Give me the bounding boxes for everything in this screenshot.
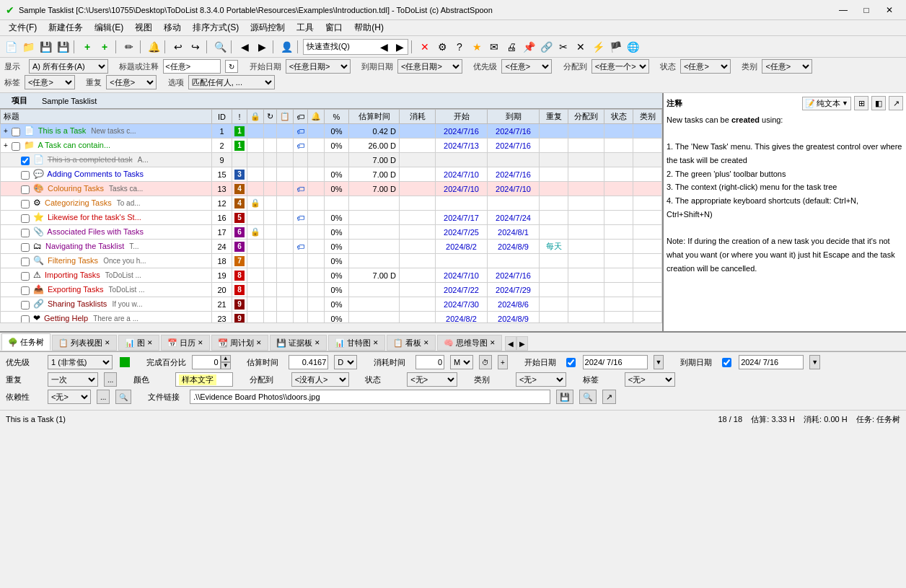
tb-find[interactable]: 🔍: [212, 39, 228, 55]
notes-btn-3[interactable]: ↗: [889, 96, 903, 110]
task-checkbox[interactable]: [12, 142, 20, 151]
close-button[interactable]: ✕: [879, 3, 900, 17]
menu-window[interactable]: 窗口: [320, 20, 348, 35]
task-checkbox[interactable]: [21, 229, 30, 237]
tb-save2[interactable]: 💾: [55, 39, 71, 55]
task-name[interactable]: Colouring Tasks: [48, 184, 104, 193]
category-value-select[interactable]: <无>: [516, 372, 566, 387]
col-estimate[interactable]: 估算时间: [349, 110, 400, 124]
expand-btn[interactable]: [15, 257, 17, 265]
tabs-scroll-left[interactable]: ◀: [505, 336, 516, 351]
assigned-select[interactable]: <任意一个>: [591, 59, 649, 74]
tab-close-gantt[interactable]: ✕: [373, 339, 379, 346]
task-table-wrap[interactable]: 标题 ID ! 🔒 ↻ 📋 🏷 🔔 % 估算时间 消耗 开始 到期 重复: [0, 109, 662, 322]
tab-close-kanban[interactable]: ✕: [423, 339, 429, 346]
dep-value-select[interactable]: <无>: [48, 390, 91, 404]
col-copy[interactable]: 📋: [277, 110, 294, 124]
expand-btn[interactable]: [15, 170, 17, 178]
start-date-checkbox[interactable]: [566, 358, 576, 367]
col-priority[interactable]: !: [232, 110, 247, 124]
table-row[interactable]: 🗂 Navigating the Tasklist T... 246🏷0%202…: [1, 240, 662, 254]
assigned-value-select[interactable]: <没有人>: [291, 372, 349, 387]
search-prev[interactable]: ◀: [376, 39, 392, 55]
col-assigned[interactable]: 分配到: [568, 110, 604, 124]
due-date-select[interactable]: <任意日期>: [397, 59, 462, 74]
menu-help[interactable]: 帮助(H): [348, 20, 390, 35]
tab-close-calendar[interactable]: ✕: [198, 339, 203, 346]
tab-task-tree[interactable]: 🌳 任务树: [1, 333, 50, 351]
priority-select[interactable]: <任意>: [501, 59, 552, 74]
tb-link[interactable]: 🔗: [538, 39, 554, 55]
tb-new-file[interactable]: 📄: [3, 39, 19, 55]
notes-btn-1[interactable]: ⊞: [854, 96, 868, 110]
tab-list-view[interactable]: 📋 列表视图 ✕: [52, 335, 117, 351]
tb-help[interactable]: ?: [452, 39, 467, 55]
task-name[interactable]: Associated Files with Tasks: [47, 227, 144, 236]
expand-btn[interactable]: [15, 286, 17, 294]
menu-view[interactable]: 视图: [129, 20, 158, 35]
expand-btn[interactable]: [15, 300, 17, 308]
col-title[interactable]: 标题: [1, 110, 212, 124]
tb-star[interactable]: ★: [469, 39, 485, 55]
status-select[interactable]: <任意>: [680, 59, 731, 74]
task-name[interactable]: Sharing Tasklists: [48, 299, 107, 308]
estimate-unit-select[interactable]: DHM: [334, 355, 357, 369]
col-due[interactable]: 到期: [488, 110, 540, 124]
expand-btn[interactable]: [15, 242, 17, 250]
tb-save[interactable]: 💾: [38, 39, 53, 55]
task-name[interactable]: Filtering Tasks: [48, 256, 98, 265]
estimate-input[interactable]: [289, 355, 328, 369]
task-checkbox[interactable]: [21, 200, 30, 209]
expand-btn[interactable]: +: [4, 127, 8, 135]
tab-close-evidence[interactable]: ✕: [315, 339, 320, 346]
tab-mindmap[interactable]: 🧠 思维导图 ✕: [437, 335, 502, 351]
table-row[interactable]: 🔍 Filtering Tasks Once you h... 1870%: [1, 254, 662, 268]
table-row[interactable]: 📤 Exporting Tasks ToDoList ... 2080%2024…: [1, 283, 662, 297]
tag-select[interactable]: <任意>: [25, 75, 75, 89]
table-row[interactable]: 📄 This is a completed task A... 97.00 D: [1, 153, 662, 167]
tb-print[interactable]: 🖨: [503, 39, 519, 55]
tab-close-mindmap[interactable]: ✕: [490, 339, 496, 346]
dep-options-btn[interactable]: ...: [97, 390, 110, 404]
repeat-select[interactable]: <任意>: [106, 75, 157, 89]
table-row[interactable]: ⚠ Importing Tasks ToDoList ... 1980%7.00…: [1, 268, 662, 283]
table-row[interactable]: 📎 Associated Files with Tasks 176🔒0%2024…: [1, 225, 662, 240]
tab-evidence[interactable]: 💾 证据板 ✕: [270, 335, 327, 351]
expand-btn[interactable]: [15, 271, 17, 279]
dep-find-btn[interactable]: 🔍: [115, 390, 131, 404]
tb-x2[interactable]: ✕: [573, 39, 589, 55]
tab-close-chart[interactable]: ✕: [147, 339, 153, 346]
col-percent[interactable]: %: [325, 110, 349, 124]
table-row[interactable]: 💬 Adding Comments to Tasks 1530%7.00 D20…: [1, 167, 662, 182]
menu-edit[interactable]: 编辑(E): [89, 20, 129, 35]
notes-format-btn[interactable]: 📝 纯文本 ▼: [802, 97, 851, 110]
task-name[interactable]: Categorizing Tasks: [45, 198, 112, 207]
task-checkbox[interactable]: [21, 315, 30, 322]
tb-redo[interactable]: ↪: [188, 39, 203, 55]
col-start[interactable]: 开始: [436, 110, 488, 124]
filelink-browse-btn[interactable]: 💾: [556, 390, 573, 404]
col-id[interactable]: ID: [212, 110, 232, 124]
col-spent[interactable]: 消耗: [400, 110, 436, 124]
tab-chart[interactable]: 📊 图 ✕: [118, 335, 159, 351]
filelink-input[interactable]: [190, 390, 550, 404]
expand-btn[interactable]: [15, 228, 17, 236]
tb-alarm[interactable]: 🔔: [146, 39, 162, 55]
start-date-dropdown[interactable]: ▼: [654, 355, 664, 369]
task-checkbox[interactable]: [21, 214, 30, 223]
percent-input[interactable]: [192, 355, 221, 369]
menu-source[interactable]: 源码控制: [245, 20, 291, 35]
tb-bolt[interactable]: ⚡: [590, 39, 606, 55]
due-date-input[interactable]: [739, 355, 804, 369]
task-checkbox[interactable]: [21, 301, 30, 310]
tb-pin[interactable]: 📌: [521, 39, 537, 55]
task-checkbox[interactable]: [21, 185, 30, 194]
task-checkbox[interactable]: [21, 157, 30, 165]
col-status[interactable]: 状态: [604, 110, 633, 124]
tab-kanban[interactable]: 📋 看板 ✕: [387, 335, 436, 351]
task-name[interactable]: Adding Comments to Tasks: [47, 170, 144, 178]
due-date-dropdown[interactable]: ▼: [809, 355, 820, 369]
table-row[interactable]: ⭐ Likewise for the task's St... 165🏷0%20…: [1, 211, 662, 225]
percent-decrement[interactable]: ▼: [221, 362, 231, 369]
task-name[interactable]: This is a completed task: [48, 155, 133, 164]
